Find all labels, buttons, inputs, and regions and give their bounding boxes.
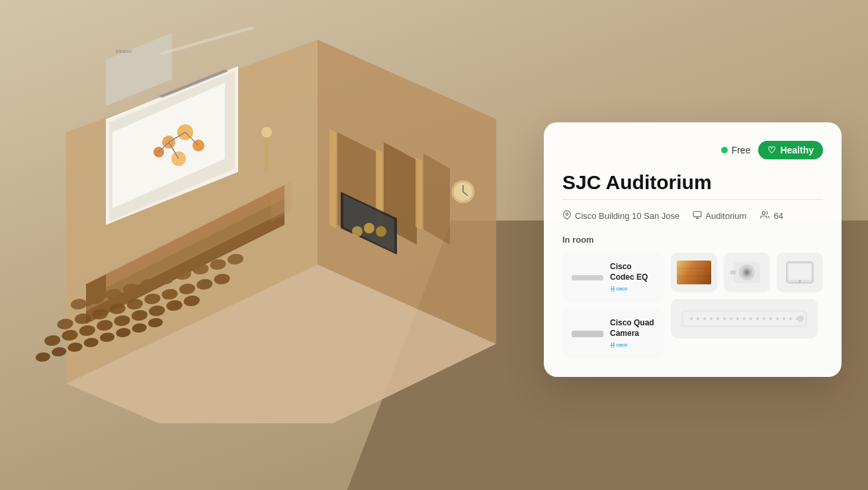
camera-thumbnail: [724, 253, 770, 292]
svg-point-87: [613, 288, 615, 290]
svg-point-125: [763, 317, 765, 320]
people-icon: [760, 210, 770, 222]
svg-text:Ethanol: Ethanol: [116, 49, 132, 54]
status-free: Free: [721, 145, 751, 155]
card-header: Free ♡ Healthy: [562, 141, 823, 159]
camera-image: [572, 323, 603, 345]
svg-point-60: [261, 127, 272, 138]
room-info-card: Free ♡ Healthy SJC Auditorium Cisco Buil…: [544, 122, 842, 377]
room-meta: Cisco Building 10 San Jose Auditorium 64: [562, 210, 823, 222]
svg-point-96: [613, 347, 615, 348]
free-label: Free: [732, 145, 751, 155]
location-meta: Cisco Building 10 San Jose: [562, 210, 679, 222]
svg-point-129: [789, 317, 792, 320]
svg-point-84: [611, 288, 612, 290]
svg-point-74: [364, 223, 374, 233]
svg-point-85: [611, 286, 612, 287]
room-illustration: Ethanol: [0, 0, 523, 450]
svg-point-89: [613, 290, 615, 292]
codec-info: Cisco Codec EQ CISCO: [610, 262, 655, 293]
svg-point-128: [783, 317, 785, 320]
capacity-meta: 64: [760, 210, 783, 222]
svg-point-123: [750, 317, 752, 320]
svg-point-42: [44, 335, 62, 346]
codec-image: [572, 267, 603, 288]
screen-thumbnail: [671, 253, 717, 292]
svg-point-83: [762, 212, 765, 215]
svg-rect-110: [789, 264, 811, 280]
title-divider: [562, 199, 823, 200]
svg-point-126: [769, 317, 772, 320]
svg-point-91: [611, 345, 612, 346]
location-pin-icon: [562, 210, 572, 222]
healthy-icon: ♡: [767, 145, 776, 155]
capacity-text: 64: [773, 211, 783, 221]
svg-marker-64: [329, 129, 336, 228]
camera-info: Cisco Quad Camera CISCO: [610, 318, 655, 349]
camera-name: Cisco Quad Camera: [610, 318, 655, 339]
svg-point-124: [756, 317, 759, 320]
svg-rect-80: [693, 212, 701, 217]
touch-panel-thumbnail: [777, 253, 823, 292]
svg-point-88: [613, 286, 615, 288]
healthy-badge: ♡ Healthy: [758, 141, 823, 159]
svg-point-107: [746, 271, 748, 274]
svg-point-122: [743, 317, 746, 320]
healthy-label: Healthy: [780, 145, 814, 155]
svg-point-75: [376, 226, 386, 237]
svg-text:CISCO: CISCO: [617, 287, 628, 291]
svg-point-79: [566, 213, 568, 216]
device-card-codec: Cisco Codec EQ CISCO: [562, 253, 664, 302]
svg-point-86: [611, 291, 612, 292]
room-type-text: Auditorium: [705, 211, 746, 221]
codec-name: Cisco Codec EQ: [610, 262, 655, 282]
in-room-label: In room: [562, 235, 823, 245]
svg-text:CISCO: CISCO: [617, 343, 628, 347]
svg-point-117: [710, 317, 713, 320]
svg-marker-63: [423, 153, 450, 245]
svg-point-115: [697, 317, 699, 320]
building-icon: [693, 210, 702, 222]
type-meta: Auditorium: [693, 210, 746, 222]
svg-point-93: [611, 347, 612, 348]
svg-marker-66: [415, 157, 422, 230]
svg-point-52: [51, 347, 67, 356]
svg-point-116: [703, 317, 706, 320]
svg-point-118: [716, 317, 719, 320]
svg-rect-108: [730, 270, 736, 274]
svg-point-51: [35, 352, 51, 362]
svg-point-73: [352, 226, 363, 237]
free-indicator-dot: [721, 147, 728, 153]
svg-point-94: [613, 345, 615, 346]
svg-point-127: [776, 317, 779, 320]
speaker-thumbnail: [671, 299, 818, 339]
svg-marker-78: [159, 26, 255, 55]
svg-rect-100: [677, 261, 711, 284]
svg-point-111: [799, 280, 801, 282]
svg-rect-59: [265, 132, 269, 172]
room-name: SJC Auditorium: [562, 171, 823, 194]
location-text: Cisco Building 10 San Jose: [575, 211, 679, 221]
svg-point-121: [736, 317, 739, 320]
svg-point-120: [730, 317, 732, 320]
cisco-brand-0: CISCO: [610, 285, 655, 293]
svg-point-119: [723, 317, 726, 320]
svg-point-114: [690, 317, 693, 320]
svg-point-92: [611, 343, 612, 343]
cisco-brand-1: CISCO: [610, 341, 655, 349]
device-card-camera: Cisco Quad Camera CISCO: [562, 309, 664, 358]
svg-point-131: [797, 315, 804, 322]
svg-point-95: [613, 343, 615, 345]
